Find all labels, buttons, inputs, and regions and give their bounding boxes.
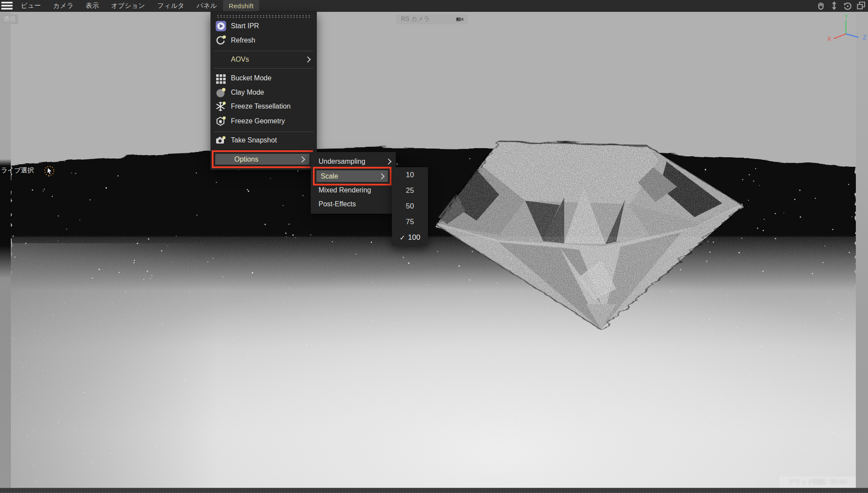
menu-item-take-snapshot[interactable]: Take Snapshot — [210, 133, 317, 147]
axis-y-label: Y — [844, 13, 848, 20]
menubar-item-panel[interactable]: パネル — [191, 0, 223, 11]
menu-tearoff-strip[interactable] — [217, 15, 311, 18]
menu-item-freeze-tessellation[interactable]: Freeze Tessellation — [210, 99, 317, 113]
active-tool-label: ライブ選択 — [1, 166, 34, 175]
menu-item-label: Clay Mode — [231, 89, 264, 96]
camera-icon — [456, 16, 464, 23]
camera-label-text: RS カメラ — [401, 15, 430, 23]
check-icon: ✓ — [400, 234, 405, 242]
menu-item-refresh[interactable]: Refresh — [210, 33, 317, 47]
bucket-mode-icon — [214, 73, 227, 84]
menu-separator — [214, 68, 313, 69]
scale-option-10[interactable]: 10 — [392, 167, 428, 183]
scale-submenu-panel: 10 25 50 75 ✓ 100 — [392, 167, 428, 246]
menu-item-freeze-geometry[interactable]: Freeze Geometry — [210, 114, 317, 128]
menu-item-label: Mixed Rendering — [319, 186, 371, 194]
refresh-icon — [214, 35, 227, 46]
menu-item-label: Post-Effects — [319, 200, 356, 208]
axis-z-label: Z — [863, 34, 867, 41]
menu-item-clay-mode[interactable]: Clay Mode — [210, 86, 317, 99]
menu-item-label: 50 — [406, 202, 414, 211]
menu-item-aovs[interactable]: AOVs — [210, 53, 317, 66]
cinema4d-viewport-window: 透視 RS カメラ ライブ選択 グリッド間隔 : 50 cm Y X Z ビュー… — [0, 0, 868, 493]
submenu-chevron-icon — [305, 56, 311, 63]
live-selection-icon — [43, 165, 55, 177]
grid-spacing-label: グリッド間隔 : 50 cm — [779, 476, 856, 488]
freeze-tessellation-icon — [214, 101, 227, 112]
options-submenu-panel: Undersampling Scale Mixed Rendering Post… — [311, 152, 396, 214]
menu-item-label: Refresh — [231, 36, 255, 44]
viewport-right-margin — [856, 11, 868, 488]
menu-item-label: Take Snapshot — [231, 136, 277, 144]
pan-hand-icon[interactable] — [815, 1, 826, 10]
camera-label[interactable]: RS カメラ — [396, 14, 468, 24]
rotate-view-icon[interactable] — [842, 1, 853, 10]
scale-option-100[interactable]: ✓ 100 — [392, 230, 428, 245]
submenu-item-undersampling[interactable]: Undersampling — [311, 155, 396, 168]
hamburger-icon[interactable] — [0, 0, 15, 11]
submenu-item-scale-highlight: Scale — [313, 167, 391, 185]
menu-item-options[interactable]: Options — [215, 154, 309, 165]
viewport-bottom-scroll-strip[interactable] — [0, 488, 868, 493]
menu-item-label: Freeze Tessellation — [231, 103, 291, 110]
axis-x-label: X — [827, 35, 832, 42]
submenu-item-post-effects[interactable]: Post-Effects — [311, 198, 396, 211]
menu-item-label: Bucket Mode — [231, 74, 271, 82]
menu-item-label: 100 — [408, 233, 420, 242]
scale-option-50[interactable]: 50 — [392, 199, 428, 214]
menu-item-options-highlight: Options — [212, 150, 313, 168]
menu-separator — [214, 51, 313, 51]
view-mode-label[interactable]: 透視 — [1, 14, 18, 24]
dolly-arrows-icon[interactable] — [829, 1, 839, 10]
viewport-left-margin — [0, 11, 11, 488]
menu-item-label: 25 — [406, 186, 414, 195]
menu-item-label: Start IPR — [231, 22, 259, 30]
redshift-menu-panel: Start IPR Refresh AOVs — [210, 12, 317, 170]
menu-item-label: 10 — [406, 171, 414, 179]
viewport-menu-bar: ビュー カメラ 表示 オプション フィルタ パネル Redshift — [0, 0, 868, 12]
menubar-item-view[interactable]: ビュー — [15, 0, 47, 11]
menu-item-label: Scale — [321, 172, 338, 180]
floor-noise — [11, 237, 856, 488]
viewport-canvas[interactable] — [11, 12, 856, 488]
menu-item-label: Options — [234, 156, 258, 163]
menubar-item-options[interactable]: オプション — [105, 0, 151, 11]
menu-item-label: 75 — [406, 218, 414, 226]
submenu-item-mixed-rendering[interactable]: Mixed Rendering — [311, 184, 396, 197]
clay-mode-icon — [214, 87, 227, 98]
scale-option-25[interactable]: 25 — [392, 183, 428, 199]
menubar-item-redshift[interactable]: Redshift — [223, 0, 259, 11]
start-ipr-icon — [214, 20, 227, 32]
menubar-item-camera[interactable]: カメラ — [47, 0, 80, 11]
axis-gizmo: Y X Z — [825, 13, 868, 44]
submenu-chevron-icon — [299, 156, 305, 162]
menu-item-label: AOVs — [231, 56, 249, 63]
submenu-item-scale[interactable]: Scale — [316, 170, 388, 182]
menu-item-start-ipr[interactable]: Start IPR — [210, 19, 317, 33]
scale-option-75[interactable]: 75 — [392, 214, 428, 230]
menu-item-label: Freeze Geometry — [231, 117, 285, 125]
menu-item-label: Undersampling — [319, 158, 365, 165]
submenu-chevron-icon — [385, 159, 391, 165]
menubar-item-filter[interactable]: フィルタ — [151, 0, 191, 11]
menu-item-bucket-mode[interactable]: Bucket Mode — [210, 71, 317, 85]
menu-separator — [214, 132, 313, 132]
take-snapshot-icon — [214, 135, 227, 146]
menubar-item-display[interactable]: 表示 — [80, 0, 105, 11]
submenu-chevron-icon — [378, 173, 385, 179]
freeze-geometry-icon — [214, 116, 227, 127]
toggle-layout-icon[interactable] — [856, 1, 866, 10]
